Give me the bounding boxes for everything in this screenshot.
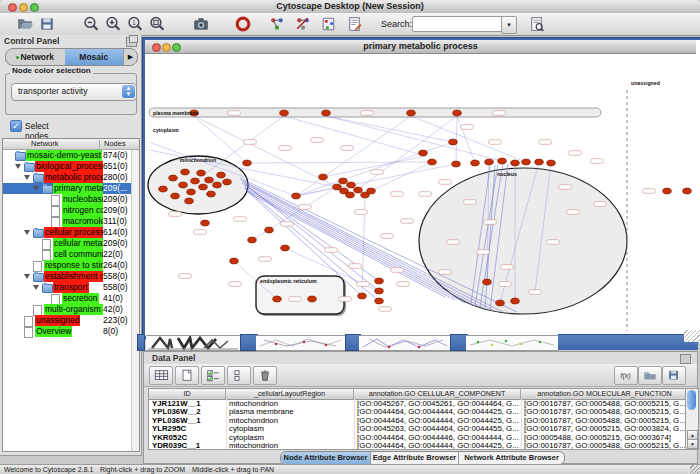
network-node[interactable] — [179, 182, 188, 188]
attribute-table-header[interactable]: ID_cellularLayoutRegionannotation.GO CEL… — [149, 389, 685, 400]
background-window-fragment[interactable] — [558, 334, 698, 350]
network-node[interactable] — [319, 174, 328, 180]
table-row[interactable]: YPL036W__1mitochondrion[GO:0044464, GO:0… — [149, 417, 685, 425]
minimize-view-icon[interactable] — [162, 43, 171, 52]
network-window-titlebar[interactable]: primary metabolic process — [145, 40, 696, 54]
network-node[interactable] — [217, 172, 226, 178]
table-scrollbar[interactable]: ▲ ▼ — [685, 388, 699, 450]
advanced-search-icon[interactable] — [528, 15, 546, 33]
attribute-pair-icon[interactable] — [227, 366, 251, 385]
network-node[interactable] — [181, 169, 190, 175]
tree-row-cellular-metabo[interactable]: cellular metabo209(0) — [3, 238, 139, 249]
network-node[interactable] — [453, 110, 462, 116]
network-node[interactable] — [207, 191, 216, 197]
network-node[interactable] — [169, 175, 178, 181]
network-node[interactable] — [358, 293, 367, 299]
network-node[interactable] — [407, 110, 416, 116]
tree-row-cell-communicat[interactable]: cell communicat22(0) — [3, 249, 139, 260]
search-input[interactable] — [412, 16, 506, 32]
search-dropdown-icon[interactable]: ▾ — [501, 16, 517, 34]
import-attributes-icon[interactable] — [638, 366, 662, 385]
network-node[interactable] — [187, 189, 196, 195]
network-node[interactable] — [273, 296, 282, 302]
disclosure-triangle-icon[interactable] — [15, 164, 21, 169]
table-row[interactable]: YKR052Ccytoplasm[GO:0044464, GO:0044446,… — [149, 434, 685, 442]
zoom-selected-icon[interactable]: 1 — [126, 15, 144, 33]
network-node[interactable] — [159, 186, 168, 192]
tree-scrollbar[interactable] — [131, 150, 139, 451]
network-node[interactable] — [375, 278, 384, 284]
network-node[interactable] — [483, 279, 492, 285]
column-header-2[interactable]: annotation.GO CELLULAR_COMPONENT — [354, 389, 521, 399]
zoom-in-icon[interactable] — [104, 15, 122, 33]
network-node[interactable] — [201, 220, 210, 226]
tree-row-nucleobase-[interactable]: nucleobase-209(0) — [3, 194, 139, 205]
save-icon[interactable] — [38, 15, 56, 33]
network-node[interactable] — [191, 178, 200, 184]
create-view-icon[interactable] — [268, 15, 286, 33]
tab-network-attribute-browser[interactable]: Network Attribute Browser — [459, 452, 564, 464]
network-node[interactable] — [547, 160, 556, 166]
background-window-fragment[interactable] — [146, 335, 240, 351]
background-window-fragment[interactable] — [256, 335, 345, 351]
tree-row-biological-process[interactable]: biological_process651(0) — [3, 161, 139, 172]
network-node[interactable] — [248, 237, 257, 243]
network-node[interactable] — [511, 160, 520, 166]
table-row[interactable]: YDR039C__1mitochondrion[GO:0044464, GO:0… — [149, 442, 685, 450]
function-builder-icon[interactable]: f(x) — [614, 366, 638, 385]
tree-row-cellular-process[interactable]: cellular process614(0) — [3, 227, 139, 238]
network-canvas[interactable]: plasma membranecytoplasmmitochondrionnuc… — [145, 54, 696, 333]
zoom-window-icon[interactable] — [30, 3, 39, 12]
network-node[interactable] — [308, 296, 317, 302]
network-node[interactable] — [452, 161, 461, 167]
select-attributes-icon[interactable] — [149, 366, 173, 385]
network-node[interactable] — [535, 159, 544, 165]
background-window-fragment[interactable] — [137, 334, 145, 351]
network-node[interactable] — [171, 193, 180, 199]
network-node[interactable] — [199, 184, 208, 190]
tree-row-metabolic-process[interactable]: metabolic process280(0) — [3, 172, 139, 183]
close-window-icon[interactable] — [8, 3, 17, 12]
network-node[interactable] — [419, 150, 428, 156]
network-node[interactable] — [367, 188, 376, 194]
close-view-icon[interactable] — [152, 43, 161, 52]
disclosure-triangle-icon[interactable] — [24, 175, 30, 180]
network-node[interactable] — [281, 245, 290, 251]
network-node[interactable] — [522, 159, 531, 165]
network-node[interactable] — [496, 300, 505, 306]
combo-stepper-icon[interactable]: ▲▼ — [122, 85, 135, 98]
network-node[interactable] — [347, 182, 356, 188]
background-window-fragment[interactable] — [466, 335, 558, 351]
network-node[interactable] — [230, 258, 239, 264]
destroy-view-icon[interactable] — [294, 15, 312, 33]
zoom-out-icon[interactable] — [82, 15, 100, 33]
network-node[interactable] — [471, 160, 480, 166]
network-node[interactable] — [292, 193, 301, 199]
disclosure-triangle-icon[interactable] — [33, 285, 39, 290]
tree-row-multi-organism-pro[interactable]: multi-organism pro42(0) — [3, 304, 139, 315]
float-panel-icon[interactable] — [126, 37, 137, 47]
tab-network[interactable]: Network — [6, 49, 65, 65]
tree-row-unassigned[interactable]: unassigned223(0) — [3, 315, 139, 326]
table-row[interactable]: YLR295Ccytoplasm[GO:0045263, GO:0044464,… — [149, 425, 685, 433]
tab-mosaic[interactable]: Mosaic — [65, 49, 124, 65]
column-header-3[interactable]: annotation.GO MOLECULAR_FUNCTION — [521, 389, 686, 399]
tree-row-establishment-of-lo[interactable]: establishment of lo558(0) — [3, 271, 139, 282]
snapshot-icon[interactable] — [192, 15, 210, 33]
network-node[interactable] — [213, 182, 222, 188]
tree-row-primary-metabo[interactable]: primary metabo209(... — [3, 183, 139, 194]
column-header-0[interactable]: ID — [149, 389, 226, 399]
disclosure-triangle-icon[interactable] — [33, 186, 39, 191]
tree-row-transport[interactable]: transport558(0) — [3, 282, 139, 293]
network-node[interactable] — [498, 158, 507, 164]
network-node[interactable] — [346, 192, 355, 198]
table-row[interactable]: YPL036W__2plasma membrane[GO:0044464, GO… — [149, 408, 685, 416]
zoom-fit-icon[interactable] — [148, 15, 166, 33]
network-node[interactable] — [185, 198, 194, 204]
network-node[interactable] — [197, 170, 206, 176]
save-attributes-icon[interactable] — [662, 366, 686, 385]
tree-row-mosaic-demo-yeast[interactable]: mosaic-demo-yeast874(0) — [3, 150, 139, 161]
open-file-icon[interactable] — [16, 15, 34, 33]
network-node[interactable] — [265, 227, 274, 233]
color-attribute-combobox[interactable]: transporter activity ▲▼ — [11, 83, 137, 101]
